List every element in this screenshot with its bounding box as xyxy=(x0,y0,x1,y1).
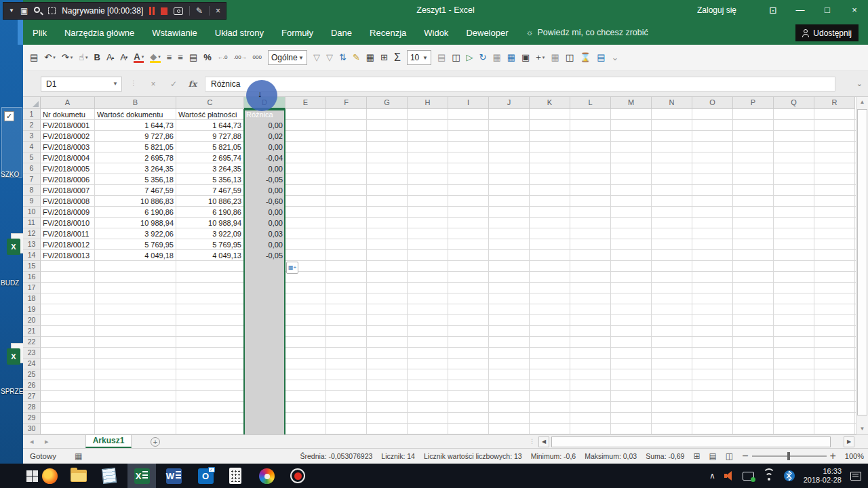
format-painter-icon[interactable]: ✎ xyxy=(353,52,360,63)
dropdown-icon[interactable]: ▼ xyxy=(298,55,304,61)
save-icon[interactable]: ▤ xyxy=(30,52,38,63)
cell-C6[interactable]: 3 264,35 xyxy=(176,163,244,174)
row-header-10[interactable]: 10 xyxy=(23,207,41,218)
cell-A14[interactable]: FV/2018/0013 xyxy=(41,250,95,261)
vertical-scroll-thumb[interactable] xyxy=(857,109,867,415)
camera-icon[interactable]: ▣ xyxy=(521,52,530,63)
zoom-thumb[interactable] xyxy=(787,452,790,460)
copy-icon[interactable]: ◫ xyxy=(452,52,460,63)
tab-recenzja[interactable]: Recenzja xyxy=(370,28,406,38)
tab-uklad-strony[interactable]: Układ strony xyxy=(215,28,264,38)
cell-A4[interactable]: FV/2018/0003 xyxy=(41,142,95,152)
row-header-25[interactable]: 25 xyxy=(23,369,41,380)
sign-in-link[interactable]: Zaloguj się xyxy=(697,5,736,15)
taskbar-word[interactable]: W xyxy=(165,467,182,485)
desktop-icon-label[interactable]: BUDŻ xyxy=(1,279,23,287)
redo-icon[interactable]: ↷▾ xyxy=(62,52,73,63)
grow-font-icon[interactable]: A▴ xyxy=(106,52,114,63)
column-header-C[interactable]: C xyxy=(176,97,244,109)
taskbar-notepad[interactable] xyxy=(100,467,118,485)
confirm-entry-icon[interactable]: ✓ xyxy=(165,77,182,92)
row-header-14[interactable]: 14 xyxy=(23,250,41,261)
scroll-right-icon[interactable]: ▶ xyxy=(844,436,854,447)
dropdown-icon[interactable]: ▼ xyxy=(422,55,428,61)
tab-plik[interactable]: Plik xyxy=(33,28,47,38)
view-page-break-icon[interactable]: ◫ xyxy=(726,451,733,461)
cell-C7[interactable]: 5 356,13 xyxy=(176,174,244,185)
cell-D11[interactable]: 0,00 xyxy=(244,218,285,228)
cell-B5[interactable]: 2 695,78 xyxy=(95,152,176,163)
row-header-9[interactable]: 9 xyxy=(23,196,41,207)
speak-cells-icon[interactable]: ▷ xyxy=(466,52,473,63)
cell-A10[interactable]: FV/2018/0009 xyxy=(41,207,95,218)
comma-style-icon[interactable]: 000 xyxy=(253,52,262,63)
recorder-menu-icon[interactable]: ▼ xyxy=(9,8,14,14)
split-icon[interactable]: ◫ xyxy=(566,52,574,63)
cell-A7[interactable]: FV/2018/0006 xyxy=(41,174,95,185)
font-size-select[interactable]: 10▼ xyxy=(407,50,431,65)
cell-B2[interactable]: 1 644,73 xyxy=(95,120,176,131)
zoom-level[interactable]: 100% xyxy=(845,452,864,460)
annotate-pencil-icon[interactable]: ✎ xyxy=(196,7,203,15)
recorder-select-region-icon[interactable] xyxy=(48,7,56,14)
cell-A1[interactable]: Nr dokumetu xyxy=(41,109,95,120)
row-header-26[interactable]: 26 xyxy=(23,380,41,391)
cell-C1[interactable]: Wartość płatności xyxy=(176,109,244,120)
cell-C11[interactable]: 10 988,94 xyxy=(176,218,244,228)
select-all-corner[interactable] xyxy=(23,97,41,109)
scroll-up-icon[interactable]: ▲ xyxy=(856,97,868,108)
cell-B10[interactable]: 6 190,86 xyxy=(95,207,176,218)
row-header-3[interactable]: 3 xyxy=(23,131,41,142)
dropdown-icon[interactable]: ▾ xyxy=(158,52,161,61)
column-header-R[interactable]: R xyxy=(814,97,855,109)
cell-B14[interactable]: 4 049,18 xyxy=(95,250,176,261)
quick-analysis-button[interactable]: ▦+ xyxy=(286,262,298,274)
row-header-15[interactable]: 15 xyxy=(23,261,41,272)
cell-B1[interactable]: Wartość dokumentu xyxy=(95,109,176,120)
cell-C2[interactable]: 1 644,73 xyxy=(176,120,244,131)
row-header-17[interactable]: 17 xyxy=(23,283,41,293)
action-center-icon[interactable] xyxy=(850,472,861,481)
spreadsheet-grid[interactable]: ▦+ ABCDEFGHIJKLMNOPQR1234567891011121314… xyxy=(23,97,856,434)
cancel-entry-icon[interactable]: × xyxy=(145,77,161,92)
cell-A11[interactable]: FV/2018/0010 xyxy=(41,218,95,228)
column-header-B[interactable]: B xyxy=(95,97,176,109)
bold-icon[interactable]: B xyxy=(94,52,100,63)
cell-A8[interactable]: FV/2018/0007 xyxy=(41,185,95,196)
row-header-20[interactable]: 20 xyxy=(23,315,41,326)
speak-stop-icon[interactable]: ↻ xyxy=(479,52,486,63)
zoom-in-icon[interactable]: + xyxy=(830,450,836,462)
row-header-19[interactable]: 19 xyxy=(23,304,41,315)
tab-wstawianie[interactable]: Wstawianie xyxy=(152,28,197,38)
row-header-12[interactable]: 12 xyxy=(23,228,41,239)
undo-icon[interactable]: ↶▾ xyxy=(44,52,55,63)
cell-D10[interactable]: 0,00 xyxy=(244,207,285,218)
close-button[interactable]: × xyxy=(841,0,868,20)
row-header-29[interactable]: 29 xyxy=(23,413,41,424)
row-header-18[interactable]: 18 xyxy=(23,293,41,304)
column-header-H[interactable]: H xyxy=(408,97,448,109)
cell-B12[interactable]: 3 922,06 xyxy=(95,228,176,239)
name-box[interactable]: D1 ▼ xyxy=(41,77,122,92)
column-header-P[interactable]: P xyxy=(733,97,774,109)
cell-A5[interactable]: FV/2018/0004 xyxy=(41,152,95,163)
row-header-27[interactable]: 27 xyxy=(23,391,41,402)
cell-C5[interactable]: 2 695,74 xyxy=(176,152,244,163)
scrollbar-splitter[interactable]: ⋮ xyxy=(529,438,534,445)
tab-dane[interactable]: Dane xyxy=(331,28,352,38)
borders-icon[interactable]: ⊞ xyxy=(380,52,388,63)
insert-function-icon[interactable]: fx xyxy=(184,77,201,92)
tab-narzedzia-glowne[interactable]: Narzędzia główne xyxy=(64,28,134,38)
cell-C8[interactable]: 7 467,59 xyxy=(176,185,244,196)
cell-C10[interactable]: 6 190,86 xyxy=(176,207,244,218)
column-header-J[interactable]: J xyxy=(489,97,530,109)
font-color-icon[interactable]: A▾ xyxy=(134,52,144,63)
sort-filter-icon[interactable]: ⇅ xyxy=(339,52,347,63)
clear-filter-icon[interactable]: ▽ xyxy=(313,52,320,63)
taskbar-clock[interactable]: 16:33 2018-02-28 xyxy=(804,467,842,485)
taskbar-explorer[interactable] xyxy=(70,467,87,485)
sheet-nav-left-icon[interactable]: ◂ xyxy=(30,435,34,448)
cell-D6[interactable]: 0,00 xyxy=(244,163,285,174)
increase-decimal-icon[interactable]: ←.0 xyxy=(218,52,228,63)
row-header-22[interactable]: 22 xyxy=(23,337,41,348)
